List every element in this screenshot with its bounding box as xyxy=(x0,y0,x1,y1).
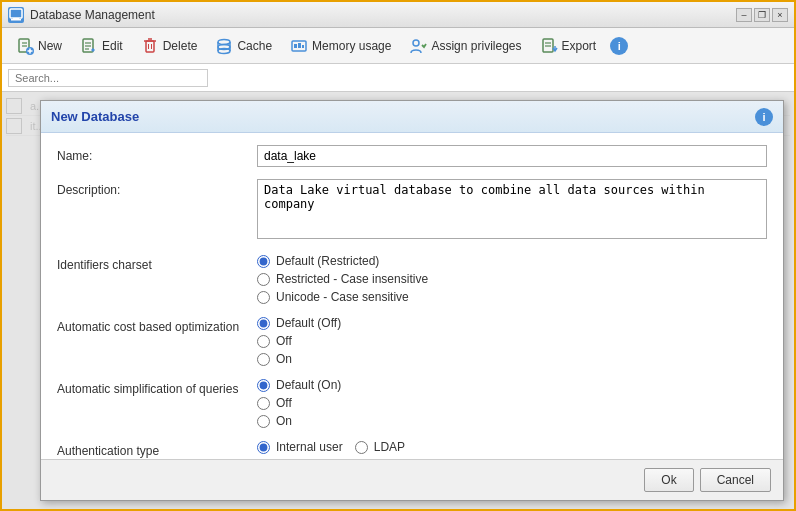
simplify-option-default[interactable]: Default (On) xyxy=(257,378,767,392)
simplify-radio-default[interactable] xyxy=(257,379,270,392)
description-row: Description: Data Lake virtual database … xyxy=(57,179,767,242)
delete-icon xyxy=(141,37,159,55)
charset-option-unicode[interactable]: Unicode - Case sensitive xyxy=(257,290,767,304)
svg-rect-26 xyxy=(294,44,297,48)
cost-radio-on[interactable] xyxy=(257,353,270,366)
main-window: Database Management – ❐ × New xyxy=(0,0,796,511)
cost-radio-off[interactable] xyxy=(257,335,270,348)
auth-option-ldap[interactable]: LDAP xyxy=(355,440,405,454)
cost-options: Default (Off) Off On xyxy=(257,316,767,366)
cache-label: Cache xyxy=(237,39,272,53)
charset-options: Default (Restricted) Restricted - Case i… xyxy=(257,254,767,304)
assign-button[interactable]: Assign privileges xyxy=(401,34,529,58)
export-button[interactable]: Export xyxy=(532,34,605,58)
new-icon xyxy=(16,37,34,55)
charset-radio-unicode[interactable] xyxy=(257,291,270,304)
auth-row: Authentication type Internal user LDAP xyxy=(57,440,767,458)
new-database-dialog: New Database i Name: Description: xyxy=(40,100,784,501)
cost-radio-default[interactable] xyxy=(257,317,270,330)
toolbar: New Edit xyxy=(2,28,794,64)
description-input[interactable]: Data Lake virtual database to combine al… xyxy=(257,179,767,239)
memory-label: Memory usage xyxy=(312,39,391,53)
simplify-option-off[interactable]: Off xyxy=(257,396,767,410)
svg-point-29 xyxy=(413,40,419,46)
info-button[interactable]: i xyxy=(606,34,632,58)
charset-label: Identifiers charset xyxy=(57,254,257,272)
svg-rect-28 xyxy=(302,45,304,48)
cost-label: Automatic cost based optimization xyxy=(57,316,257,334)
assign-icon xyxy=(409,37,427,55)
charset-radio-restricted[interactable] xyxy=(257,255,270,268)
auth-option-internal[interactable]: Internal user xyxy=(257,440,343,454)
auth-radio-ldap[interactable] xyxy=(355,441,368,454)
main-area: a... it... New Database i Name: xyxy=(2,92,794,509)
description-label: Description: xyxy=(57,179,257,197)
export-label: Export xyxy=(562,39,597,53)
charset-option-case-insensitive[interactable]: Restricted - Case insensitive xyxy=(257,272,767,286)
close-button[interactable]: × xyxy=(772,8,788,22)
app-icon xyxy=(8,7,24,23)
restore-button[interactable]: ❐ xyxy=(754,8,770,22)
window-controls: – ❐ × xyxy=(736,8,788,22)
cost-option-off[interactable]: Off xyxy=(257,334,767,348)
auth-label: Authentication type xyxy=(57,440,257,458)
minimize-button[interactable]: – xyxy=(736,8,752,22)
cache-icon xyxy=(215,37,233,55)
cost-option-default[interactable]: Default (Off) xyxy=(257,316,767,330)
svg-rect-2 xyxy=(11,19,21,21)
cancel-button[interactable]: Cancel xyxy=(700,468,771,492)
name-row: Name: xyxy=(57,145,767,167)
title-bar: Database Management – ❐ × xyxy=(2,2,794,28)
svg-rect-27 xyxy=(298,43,301,48)
simplify-label: Automatic simplification of queries xyxy=(57,378,257,396)
svg-rect-0 xyxy=(10,9,22,18)
charset-row: Identifiers charset Default (Restricted)… xyxy=(57,254,767,304)
auth-radio-internal[interactable] xyxy=(257,441,270,454)
dialog-body: Name: Description: Data Lake virtual dat… xyxy=(41,133,783,459)
simplify-row: Automatic simplification of queries Defa… xyxy=(57,378,767,428)
info-icon: i xyxy=(610,37,628,55)
export-icon xyxy=(540,37,558,55)
description-control: Data Lake virtual database to combine al… xyxy=(257,179,767,242)
dialog-footer: Ok Cancel xyxy=(41,459,783,500)
delete-button[interactable]: Delete xyxy=(133,34,206,58)
name-control xyxy=(257,145,767,167)
assign-label: Assign privileges xyxy=(431,39,521,53)
cost-option-on[interactable]: On xyxy=(257,352,767,366)
dialog-info-icon[interactable]: i xyxy=(755,108,773,126)
simplify-radio-on[interactable] xyxy=(257,415,270,428)
charset-radio-case-insensitive[interactable] xyxy=(257,273,270,286)
new-button[interactable]: New xyxy=(8,34,70,58)
name-input[interactable] xyxy=(257,145,767,167)
edit-icon xyxy=(80,37,98,55)
dialog-title: New Database xyxy=(51,109,139,124)
cache-button[interactable]: Cache xyxy=(207,34,280,58)
name-label: Name: xyxy=(57,145,257,163)
svg-rect-13 xyxy=(146,41,154,52)
simplify-options: Default (On) Off On xyxy=(257,378,767,428)
cost-row: Automatic cost based optimization Defaul… xyxy=(57,316,767,366)
new-label: New xyxy=(38,39,62,53)
edit-label: Edit xyxy=(102,39,123,53)
search-bar xyxy=(2,64,794,92)
simplify-option-on[interactable]: On xyxy=(257,414,767,428)
auth-options: Internal user LDAP xyxy=(257,440,767,454)
edit-button[interactable]: Edit xyxy=(72,34,131,58)
memory-button[interactable]: Memory usage xyxy=(282,34,399,58)
simplify-radio-off[interactable] xyxy=(257,397,270,410)
charset-option-restricted[interactable]: Default (Restricted) xyxy=(257,254,767,268)
memory-icon xyxy=(290,37,308,55)
delete-label: Delete xyxy=(163,39,198,53)
window-title: Database Management xyxy=(30,8,736,22)
dialog-header: New Database i xyxy=(41,101,783,133)
ok-button[interactable]: Ok xyxy=(644,468,693,492)
svg-point-24 xyxy=(218,48,230,53)
search-input[interactable] xyxy=(8,69,208,87)
